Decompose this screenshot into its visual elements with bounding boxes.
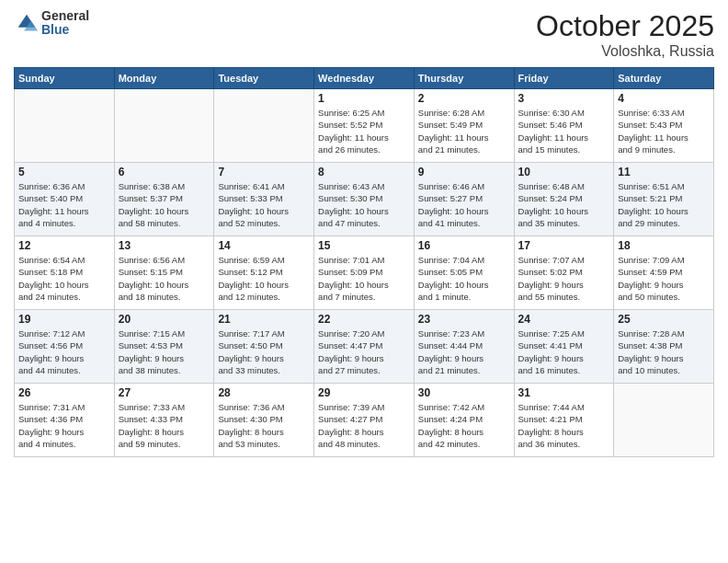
calendar-cell: 4Sunrise: 6:33 AM Sunset: 5:43 PM Daylig…: [614, 89, 714, 163]
day-info: Sunrise: 7:31 AM Sunset: 4:36 PM Dayligh…: [18, 401, 110, 450]
day-number: 16: [418, 239, 510, 252]
day-info: Sunrise: 7:23 AM Sunset: 4:44 PM Dayligh…: [418, 327, 510, 376]
day-number: 13: [119, 239, 210, 252]
day-number: 20: [119, 313, 210, 326]
day-number: 21: [218, 313, 310, 326]
calendar-cell: 18Sunrise: 7:09 AM Sunset: 4:59 PM Dayli…: [614, 236, 714, 310]
calendar-cell: 15Sunrise: 7:01 AM Sunset: 5:09 PM Dayli…: [314, 236, 415, 310]
day-number: 17: [518, 239, 610, 252]
month-year: October 2025: [536, 9, 714, 43]
logo-blue: Blue: [41, 23, 89, 37]
calendar-cell: 26Sunrise: 7:31 AM Sunset: 4:36 PM Dayli…: [15, 384, 115, 457]
calendar-cell: 27Sunrise: 7:33 AM Sunset: 4:33 PM Dayli…: [114, 384, 214, 457]
location: Voloshka, Russia: [536, 43, 714, 60]
month-title: October 2025 Voloshka, Russia: [536, 9, 714, 60]
day-number: 30: [418, 386, 510, 399]
calendar-table: SundayMondayTuesdayWednesdayThursdayFrid…: [14, 67, 714, 457]
day-number: 7: [218, 166, 310, 178]
day-number: 1: [318, 92, 410, 105]
day-number: 11: [618, 166, 710, 178]
day-number: 4: [618, 92, 710, 105]
calendar-cell: 13Sunrise: 6:56 AM Sunset: 5:15 PM Dayli…: [114, 236, 214, 310]
day-info: Sunrise: 6:41 AM Sunset: 5:33 PM Dayligh…: [218, 180, 310, 229]
day-info: Sunrise: 7:07 AM Sunset: 5:02 PM Dayligh…: [518, 254, 610, 303]
day-number: 2: [418, 92, 510, 105]
logo-text: General Blue: [41, 9, 89, 38]
day-info: Sunrise: 7:15 AM Sunset: 4:53 PM Dayligh…: [119, 327, 210, 376]
calendar-cell: [614, 384, 714, 457]
calendar-cell: 12Sunrise: 6:54 AM Sunset: 5:18 PM Dayli…: [15, 236, 115, 310]
day-number: 19: [18, 313, 110, 326]
weekday-header-saturday: Saturday: [614, 68, 714, 89]
calendar-cell: 2Sunrise: 6:28 AM Sunset: 5:49 PM Daylig…: [414, 89, 514, 163]
logo-general: General: [41, 9, 89, 23]
day-number: 9: [418, 166, 510, 178]
day-info: Sunrise: 6:30 AM Sunset: 5:46 PM Dayligh…: [518, 107, 610, 155]
calendar-cell: 8Sunrise: 6:43 AM Sunset: 5:30 PM Daylig…: [314, 163, 415, 236]
day-info: Sunrise: 6:33 AM Sunset: 5:43 PM Dayligh…: [618, 107, 710, 155]
day-info: Sunrise: 6:51 AM Sunset: 5:21 PM Dayligh…: [618, 180, 710, 229]
calendar-cell: 23Sunrise: 7:23 AM Sunset: 4:44 PM Dayli…: [414, 310, 514, 384]
day-number: 26: [18, 386, 110, 399]
calendar-cell: 24Sunrise: 7:25 AM Sunset: 4:41 PM Dayli…: [514, 310, 614, 384]
day-info: Sunrise: 7:39 AM Sunset: 4:27 PM Dayligh…: [318, 401, 410, 450]
day-number: 10: [518, 166, 610, 178]
week-row-5: 26Sunrise: 7:31 AM Sunset: 4:36 PM Dayli…: [15, 384, 714, 457]
day-info: Sunrise: 7:04 AM Sunset: 5:05 PM Dayligh…: [418, 254, 510, 303]
day-info: Sunrise: 6:54 AM Sunset: 5:18 PM Dayligh…: [18, 254, 110, 303]
logo-icon: [14, 10, 40, 36]
calendar-cell: 3Sunrise: 6:30 AM Sunset: 5:46 PM Daylig…: [514, 89, 614, 163]
calendar-cell: 29Sunrise: 7:39 AM Sunset: 4:27 PM Dayli…: [314, 384, 415, 457]
weekday-header-monday: Monday: [114, 68, 214, 89]
day-info: Sunrise: 6:46 AM Sunset: 5:27 PM Dayligh…: [418, 180, 510, 229]
calendar-container: General Blue October 2025 Voloshka, Russ…: [0, 0, 728, 563]
calendar-cell: 11Sunrise: 6:51 AM Sunset: 5:21 PM Dayli…: [614, 163, 714, 236]
day-number: 5: [18, 166, 110, 178]
calendar-cell: 20Sunrise: 7:15 AM Sunset: 4:53 PM Dayli…: [114, 310, 214, 384]
calendar-cell: 19Sunrise: 7:12 AM Sunset: 4:56 PM Dayli…: [15, 310, 115, 384]
day-info: Sunrise: 7:01 AM Sunset: 5:09 PM Dayligh…: [318, 254, 410, 303]
day-number: 29: [318, 386, 410, 399]
day-info: Sunrise: 6:43 AM Sunset: 5:30 PM Dayligh…: [318, 180, 410, 229]
calendar-cell: 17Sunrise: 7:07 AM Sunset: 5:02 PM Dayli…: [514, 236, 614, 310]
day-info: Sunrise: 7:12 AM Sunset: 4:56 PM Dayligh…: [18, 327, 110, 376]
calendar-cell: 1Sunrise: 6:25 AM Sunset: 5:52 PM Daylig…: [314, 89, 415, 163]
header: General Blue October 2025 Voloshka, Russ…: [14, 9, 714, 60]
weekday-header-row: SundayMondayTuesdayWednesdayThursdayFrid…: [15, 68, 714, 89]
day-number: 6: [119, 166, 210, 178]
day-info: Sunrise: 6:28 AM Sunset: 5:49 PM Dayligh…: [418, 107, 510, 155]
day-number: 24: [518, 313, 610, 326]
calendar-cell: 22Sunrise: 7:20 AM Sunset: 4:47 PM Dayli…: [314, 310, 415, 384]
calendar-cell: [15, 89, 115, 163]
calendar-cell: [214, 89, 314, 163]
weekday-header-sunday: Sunday: [15, 68, 115, 89]
day-info: Sunrise: 6:48 AM Sunset: 5:24 PM Dayligh…: [518, 180, 610, 229]
calendar-cell: 31Sunrise: 7:44 AM Sunset: 4:21 PM Dayli…: [514, 384, 614, 457]
calendar-cell: 10Sunrise: 6:48 AM Sunset: 5:24 PM Dayli…: [514, 163, 614, 236]
day-number: 12: [18, 239, 110, 252]
day-number: 15: [318, 239, 410, 252]
week-row-2: 5Sunrise: 6:36 AM Sunset: 5:40 PM Daylig…: [15, 163, 714, 236]
day-number: 31: [518, 386, 610, 399]
day-info: Sunrise: 7:17 AM Sunset: 4:50 PM Dayligh…: [218, 327, 310, 376]
week-row-3: 12Sunrise: 6:54 AM Sunset: 5:18 PM Dayli…: [15, 236, 714, 310]
calendar-cell: 14Sunrise: 6:59 AM Sunset: 5:12 PM Dayli…: [214, 236, 314, 310]
day-info: Sunrise: 6:56 AM Sunset: 5:15 PM Dayligh…: [119, 254, 210, 303]
day-info: Sunrise: 6:59 AM Sunset: 5:12 PM Dayligh…: [218, 254, 310, 303]
day-info: Sunrise: 7:44 AM Sunset: 4:21 PM Dayligh…: [518, 401, 610, 450]
calendar-cell: [114, 89, 214, 163]
week-row-4: 19Sunrise: 7:12 AM Sunset: 4:56 PM Dayli…: [15, 310, 714, 384]
day-info: Sunrise: 6:36 AM Sunset: 5:40 PM Dayligh…: [18, 180, 110, 229]
calendar-cell: 6Sunrise: 6:38 AM Sunset: 5:37 PM Daylig…: [114, 163, 214, 236]
day-number: 3: [518, 92, 610, 105]
day-info: Sunrise: 6:25 AM Sunset: 5:52 PM Dayligh…: [318, 107, 410, 155]
weekday-header-wednesday: Wednesday: [314, 68, 415, 89]
day-info: Sunrise: 6:38 AM Sunset: 5:37 PM Dayligh…: [119, 180, 210, 229]
calendar-cell: 16Sunrise: 7:04 AM Sunset: 5:05 PM Dayli…: [414, 236, 514, 310]
day-info: Sunrise: 7:20 AM Sunset: 4:47 PM Dayligh…: [318, 327, 410, 376]
calendar-cell: 25Sunrise: 7:28 AM Sunset: 4:38 PM Dayli…: [614, 310, 714, 384]
calendar-cell: 9Sunrise: 6:46 AM Sunset: 5:27 PM Daylig…: [414, 163, 514, 236]
day-number: 23: [418, 313, 510, 326]
day-number: 8: [318, 166, 410, 178]
day-info: Sunrise: 7:42 AM Sunset: 4:24 PM Dayligh…: [418, 401, 510, 450]
